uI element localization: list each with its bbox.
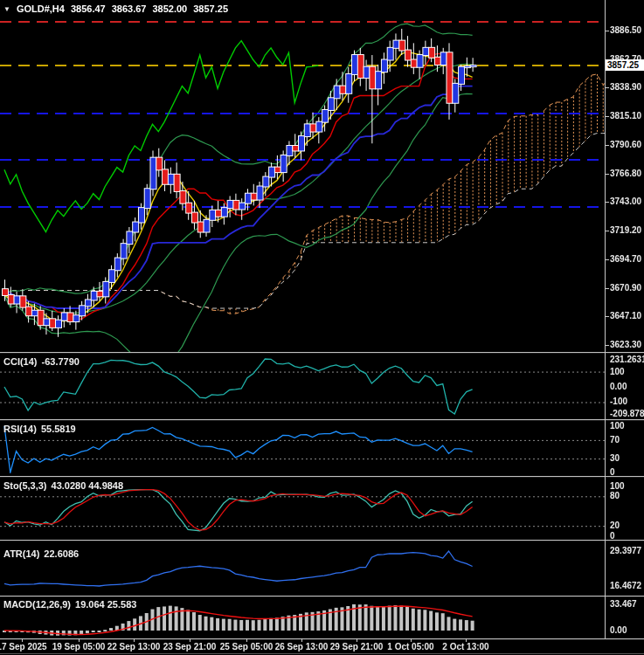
price-tick-label: 3694.70 bbox=[610, 254, 641, 264]
sto-level-label: 100 bbox=[610, 481, 625, 491]
rsi-level-label: 70 bbox=[610, 435, 620, 445]
high-value: 3863.67 bbox=[112, 3, 147, 14]
close-value: 3857.25 bbox=[193, 3, 228, 14]
price-tick-label: 3766.80 bbox=[610, 169, 641, 178]
macd-indicator-label: MACD(12,26,9)19.064 25.583 bbox=[3, 599, 141, 610]
cci-indicator-label: CCI(14)-63.7790 bbox=[3, 356, 84, 367]
open-value: 3856.47 bbox=[71, 3, 106, 14]
atr-name: ATR(14) bbox=[3, 548, 39, 559]
price-tick-label: 3670.90 bbox=[610, 283, 641, 293]
price-tick-label: 3838.90 bbox=[610, 82, 641, 92]
sto-value: 43.0280 44.9848 bbox=[52, 480, 124, 491]
sto-level-label: 80 bbox=[610, 491, 620, 500]
time-tick-label: 25 Sep 05:00 bbox=[220, 642, 274, 652]
sto-name: Sto(5,3,3) bbox=[3, 480, 47, 491]
price-tick-label: 3743.00 bbox=[610, 196, 641, 206]
symbol-label: GOLD#,H4 bbox=[17, 3, 65, 14]
mt4-chart-window: ▼ GOLD#,H4 3856.47 3863.67 3852.00 3857.… bbox=[0, 0, 644, 655]
rsi-level-label: 0 bbox=[610, 467, 615, 477]
cci-level-label: 100 bbox=[610, 367, 625, 376]
price-tick-label: 3719.20 bbox=[610, 225, 641, 235]
cci-min-label: -209.878 bbox=[610, 409, 644, 418]
cci-level-label: 0.00 bbox=[610, 382, 627, 391]
sto-level-label: 20 bbox=[610, 521, 620, 530]
cci-max-label: 231.2631 bbox=[610, 355, 644, 364]
time-tick-label: 19 Sep 05:00 bbox=[52, 642, 106, 652]
time-tick-label: 29 Sep 21:00 bbox=[330, 642, 384, 652]
macd-zero-label: 0.00 bbox=[610, 625, 627, 635]
price-tick-label: 3647.10 bbox=[610, 311, 641, 321]
atr-max-label: 29.3977 bbox=[610, 546, 641, 555]
rsi-level-label: 100 bbox=[610, 421, 625, 431]
chart-title: ▼ GOLD#,H4 3856.47 3863.67 3852.00 3857.… bbox=[3, 3, 228, 14]
price-tick-label: 3790.60 bbox=[610, 140, 641, 149]
low-value: 3852.00 bbox=[152, 3, 187, 14]
time-tick-label: 1 Oct 05:00 bbox=[387, 642, 433, 652]
cci-name: CCI(14) bbox=[3, 356, 38, 367]
time-tick-label: 22 Sep 13:00 bbox=[107, 642, 161, 652]
cci-level-label: -100 bbox=[610, 396, 627, 406]
price-tick-label: 3623.30 bbox=[610, 340, 641, 349]
macd-name: MACD(12,26,9) bbox=[3, 599, 71, 610]
atr-indicator-label: ATR(14)22.6086 bbox=[3, 548, 83, 559]
price-tick-label: 3815.10 bbox=[610, 111, 641, 121]
stochastic-indicator-label: Sto(5,3,3)43.0280 44.9848 bbox=[3, 480, 128, 491]
time-tick-label: 26 Sep 13:00 bbox=[275, 642, 329, 652]
chart-canvas[interactable] bbox=[0, 0, 644, 655]
macd-value: 19.064 25.583 bbox=[75, 599, 136, 610]
atr-min-label: 16.4672 bbox=[610, 581, 641, 590]
current-price-marker: 3857.25 bbox=[606, 59, 644, 71]
atr-value: 22.6086 bbox=[44, 548, 79, 559]
time-tick-label: 23 Sep 21:00 bbox=[163, 642, 217, 652]
rsi-indicator-label: RSI(14)55.5819 bbox=[3, 424, 80, 434]
symbol-dropdown-icon[interactable]: ▼ bbox=[3, 5, 10, 13]
sto-level-label: 0 bbox=[610, 531, 615, 541]
time-tick-label: 17 Sep 2025 bbox=[0, 642, 47, 652]
macd-max-label: 33.467 bbox=[610, 599, 637, 609]
rsi-level-label: 30 bbox=[610, 453, 620, 463]
price-tick-label: 3886.50 bbox=[610, 25, 641, 35]
rsi-value: 55.5819 bbox=[41, 424, 76, 434]
cci-value: -63.7790 bbox=[42, 356, 80, 367]
time-tick-label: 2 Oct 13:00 bbox=[442, 642, 488, 652]
rsi-name: RSI(14) bbox=[3, 424, 37, 434]
